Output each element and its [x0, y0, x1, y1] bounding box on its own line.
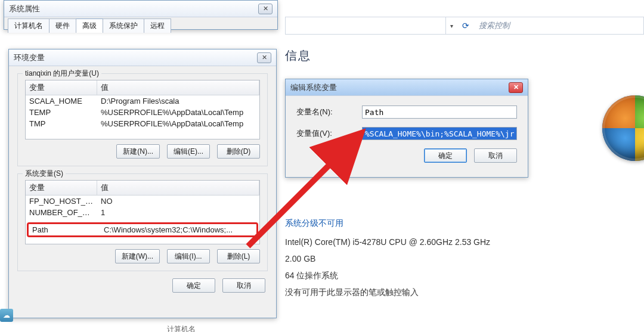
table-row[interactable]: TMP %USERPROFILE%\AppData\Local\Temp	[26, 118, 259, 129]
system-properties-title: 系统属性	[9, 4, 40, 14]
edit-user-var-button[interactable]: 编辑(E)...	[167, 144, 210, 159]
close-icon[interactable]: ✕	[257, 52, 271, 63]
refresh-icon[interactable]: ⟳	[457, 21, 474, 30]
system-variables-group: 系统变量(S) 变量 值 FP_NO_HOST_C... NO NUMBER_O…	[17, 173, 268, 271]
os-type-value: 64 位操作系统	[285, 267, 619, 284]
tray-cloud-icon[interactable]: ☁	[0, 309, 13, 322]
environment-variables-dialog: 环境变量 ✕ tianqixin 的用户变量(U) 变量 值 SCALA_HOM…	[8, 49, 277, 318]
windows-logo-orb	[602, 95, 644, 161]
new-user-var-button[interactable]: 新建(N)...	[116, 144, 160, 159]
user-variables-group: tianqixin 的用户变量(U) 变量 值 SCALA_HOME D:\Pr…	[17, 73, 268, 166]
bottom-label-fragment: 计算机名	[167, 324, 196, 332]
edit-cancel-button[interactable]: 取消	[474, 148, 517, 163]
col-value[interactable]: 值	[97, 80, 259, 95]
search-input[interactable]: 搜索控制	[474, 20, 643, 31]
env-vars-title: 环境变量	[14, 52, 45, 63]
env-vars-titlebar: 环境变量 ✕	[9, 49, 276, 66]
page-header-fragment: 信息	[285, 48, 311, 64]
delete-sys-var-button[interactable]: 删除(L)	[217, 249, 260, 263]
col-variable[interactable]: 变量	[26, 80, 97, 95]
edit-ok-button[interactable]: 确定	[424, 148, 467, 163]
tab-advanced[interactable]: 高级	[76, 18, 103, 33]
table-row-path[interactable]: Path C:\Windows\system32;C:\Windows;...	[27, 222, 258, 237]
new-sys-var-button[interactable]: 新建(W)...	[115, 249, 160, 263]
pen-touch-value: 没有可用于此显示器的笔或触控输入	[285, 284, 619, 300]
system-properties-tabs: 计算机名 硬件 高级 系统保护 远程	[8, 20, 274, 33]
table-row[interactable]: NUMBER_OF_PR... 1	[26, 207, 259, 218]
system-properties-dialog: 系统属性 ✕ 计算机名 硬件 高级 系统保护 远程	[4, 0, 278, 30]
cpu-value: Intel(R) Core(TM) i5-4278U CPU @ 2.60GHz…	[285, 234, 619, 250]
close-icon[interactable]: ✕	[258, 4, 273, 14]
tab-remote[interactable]: 远程	[144, 18, 171, 33]
close-icon[interactable]: ✕	[509, 82, 523, 93]
list-header: 变量 值	[26, 80, 259, 95]
col-variable[interactable]: 变量	[26, 181, 97, 195]
system-rating-link[interactable]: 系统分级不可用	[285, 215, 619, 231]
col-value[interactable]: 值	[97, 181, 259, 195]
ram-value: 2.00 GB	[285, 250, 619, 267]
delete-user-var-button[interactable]: 删除(D)	[217, 144, 260, 159]
tab-computer-name[interactable]: 计算机名	[8, 18, 49, 33]
tab-hardware[interactable]: 硬件	[49, 18, 76, 33]
env-ok-button[interactable]: 确定	[172, 278, 215, 293]
table-row[interactable]: TEMP %USERPROFILE%\AppData\Local\Temp	[26, 107, 259, 118]
user-variables-list[interactable]: 变量 值 SCALA_HOME D:\Program Files\scala T…	[25, 80, 260, 139]
env-cancel-button[interactable]: 取消	[222, 278, 265, 293]
address-dropdown[interactable]: ▾	[445, 17, 457, 34]
var-value-input[interactable]	[362, 127, 517, 140]
var-name-input[interactable]	[362, 106, 517, 119]
edit-system-variable-dialog: 编辑系统变量 ✕ 变量名(N): 变量值(V): 确定 取消	[285, 79, 528, 178]
system-variables-legend: 系统变量(S)	[23, 169, 66, 179]
system-variables-list[interactable]: 变量 值 FP_NO_HOST_C... NO NUMBER_OF_PR... …	[25, 180, 260, 244]
edit-sys-var-button[interactable]: 编辑(I)...	[167, 249, 210, 263]
tab-system-protection[interactable]: 系统保护	[103, 18, 144, 33]
list-header: 变量 值	[26, 181, 259, 196]
edit-var-title: 编辑系统变量	[290, 82, 337, 93]
system-info-panel: 系统分级不可用 Intel(R) Core(TM) i5-4278U CPU @…	[285, 215, 619, 300]
table-row[interactable]: SCALA_HOME D:\Program Files\scala	[26, 95, 259, 107]
var-value-label: 变量值(V):	[296, 128, 362, 139]
user-variables-legend: tianqixin 的用户变量(U)	[23, 69, 101, 79]
edit-var-titlebar[interactable]: 编辑系统变量 ✕	[286, 79, 528, 96]
var-name-label: 变量名(N):	[296, 107, 362, 117]
address-search-strip: ▾ ⟳ 搜索控制	[285, 17, 644, 35]
system-properties-titlebar: 系统属性 ✕	[4, 1, 277, 17]
table-row[interactable]: FP_NO_HOST_C... NO	[26, 196, 259, 207]
